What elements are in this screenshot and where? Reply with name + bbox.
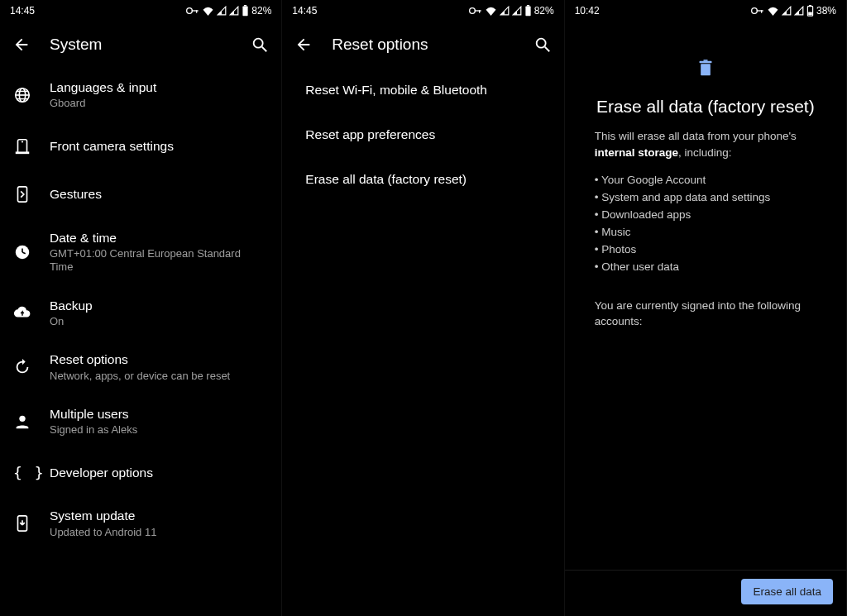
arrow-back-icon (12, 36, 31, 54)
item-system-update[interactable]: System updateUpdated to Android 11 (0, 496, 281, 551)
signal-icon (782, 6, 792, 16)
svg-point-13 (22, 141, 23, 142)
item-title: Gestures (50, 186, 266, 202)
battery-icon (524, 5, 532, 17)
item-reset-options[interactable]: Reset optionsNetwork, apps, or device ca… (0, 340, 281, 394)
page-title: System (50, 36, 250, 54)
settings-list: Languages & inputGboard Front camera set… (0, 68, 281, 616)
erase-desc-storage: internal storage (595, 146, 678, 159)
status-time: 14:45 (292, 5, 317, 17)
item-sub: GMT+01:00 Central European Standard Time (50, 247, 266, 275)
svg-point-5 (254, 39, 263, 48)
app-bar: System (0, 21, 281, 68)
reset-list: Reset Wi-Fi, mobile & Bluetooth Reset ap… (282, 68, 563, 616)
erase-list-item: Your Google Account (595, 172, 771, 189)
page-title: Reset options (332, 36, 532, 54)
item-title: Date & time (50, 230, 266, 246)
vpn-key-icon (186, 7, 199, 15)
person-icon (13, 413, 31, 431)
braces-icon: { } (13, 464, 45, 481)
item-sub: Updated to Android 11 (50, 526, 266, 539)
svg-rect-30 (761, 10, 762, 12)
erase-accounts-note: You are currently signed into the follow… (595, 298, 816, 330)
erase-list-item: Music (595, 224, 771, 241)
search-icon (534, 36, 552, 54)
erase-footer: Erase all data (565, 570, 846, 616)
item-sub: On (50, 315, 266, 328)
svg-rect-23 (479, 10, 480, 12)
erase-list-item: Downloaded apps (595, 207, 771, 224)
wifi-icon (767, 6, 779, 16)
svg-rect-24 (525, 7, 530, 17)
item-backup[interactable]: BackupOn (0, 286, 281, 341)
battery-text: 38% (816, 5, 836, 17)
item-title: Reset options (50, 351, 266, 367)
vpn-key-icon (469, 7, 482, 15)
status-indicators: 82% (186, 5, 271, 17)
erase-all-data[interactable]: Erase all data (factory reset) (282, 157, 563, 202)
erase-list: Your Google Account System and app data … (595, 172, 771, 276)
globe-icon (13, 86, 31, 104)
erase-description: This will erase all data from your phone… (595, 128, 816, 160)
factory-reset-screen: 10:42 38% Erase all data (factory reset)… (565, 0, 847, 616)
svg-rect-33 (809, 5, 811, 7)
item-sub: Signed in as Aleks (50, 423, 266, 437)
svg-point-28 (752, 8, 758, 14)
item-developer-options[interactable]: { } Developer options (0, 448, 281, 496)
cloud-upload-icon (13, 303, 31, 322)
svg-rect-36 (703, 60, 707, 61)
signal-icon-2 (794, 6, 804, 16)
erase-list-item: Other user data (595, 259, 771, 276)
item-title: Front camera settings (50, 138, 266, 154)
back-button[interactable] (12, 35, 31, 55)
item-title: Developer options (50, 465, 266, 480)
reset-wifi-mobile-bluetooth[interactable]: Reset Wi-Fi, mobile & Bluetooth (282, 68, 563, 112)
trash-icon (697, 60, 714, 81)
item-sub: Gboard (50, 97, 266, 110)
system-update-icon (13, 514, 31, 532)
search-button[interactable] (250, 35, 270, 55)
svg-rect-29 (757, 10, 763, 11)
item-sub: Network, apps, or device can be reset (50, 370, 266, 383)
battery-icon (242, 5, 249, 17)
svg-rect-1 (192, 10, 199, 11)
status-indicators: 38% (751, 5, 836, 17)
svg-rect-25 (527, 5, 529, 7)
svg-rect-15 (18, 186, 27, 201)
svg-rect-4 (244, 5, 246, 7)
status-bar: 14:45 82% (0, 0, 281, 21)
svg-point-21 (469, 8, 475, 14)
app-bar: Reset options (282, 21, 563, 68)
item-multiple-users[interactable]: Multiple usersSigned in as Aleks (0, 394, 281, 449)
erase-title: Erase all data (factory reset) (596, 96, 815, 117)
svg-point-19 (19, 415, 25, 421)
search-button[interactable] (533, 35, 553, 55)
wifi-icon (485, 6, 497, 16)
erase-all-data-button[interactable]: Erase all data (741, 579, 833, 604)
item-languages-input[interactable]: Languages & inputGboard (0, 68, 281, 122)
svg-rect-32 (808, 12, 812, 16)
status-bar: 10:42 38% (565, 0, 846, 21)
item-gestures[interactable]: Gestures (0, 170, 281, 218)
reset-app-preferences[interactable]: Reset app preferences (282, 112, 563, 157)
svg-rect-3 (243, 7, 248, 17)
erase-list-item: Photos (595, 241, 771, 259)
clock-icon (13, 243, 31, 261)
status-indicators: 82% (469, 5, 554, 17)
item-title: System update (50, 508, 266, 523)
back-button[interactable] (294, 35, 313, 55)
vpn-key-icon (751, 7, 764, 15)
item-date-time[interactable]: Date & timeGMT+01:00 Central European St… (0, 218, 281, 286)
restore-icon (13, 358, 31, 376)
item-title: Languages & input (50, 79, 266, 95)
arrow-back-icon (294, 36, 313, 54)
signal-icon-2 (512, 6, 522, 16)
battery-text: 82% (534, 5, 554, 17)
signal-icon (500, 6, 510, 16)
item-front-camera[interactable]: Front camera settings (0, 122, 281, 170)
erase-desc-suffix: , including: (678, 146, 732, 159)
status-time: 14:45 (10, 5, 35, 17)
wifi-icon (202, 6, 214, 16)
status-bar: 14:45 82% (282, 0, 563, 21)
svg-point-26 (536, 39, 545, 48)
